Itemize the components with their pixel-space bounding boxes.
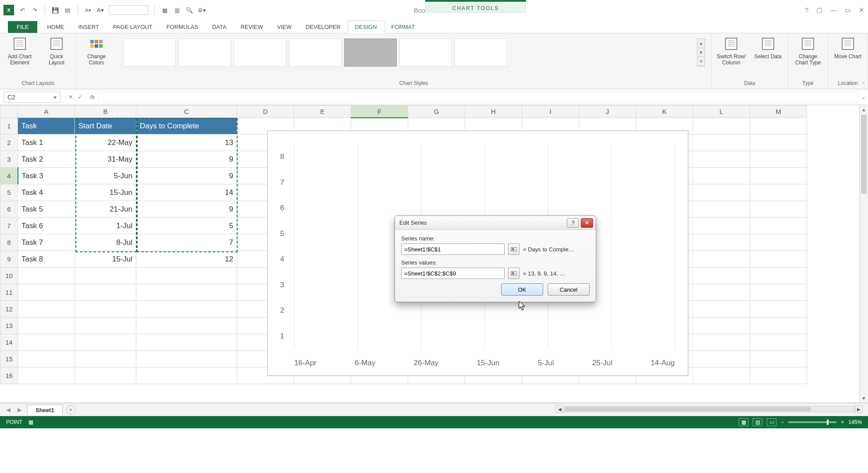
cell[interactable] — [693, 351, 750, 367]
cell[interactable]: 9 — [136, 168, 237, 184]
zoom-out-icon[interactable]: − — [781, 419, 784, 425]
tab-review[interactable]: REVIEW — [234, 21, 270, 33]
cell[interactable]: 13 — [136, 134, 237, 151]
collapse-ribbon-icon[interactable]: ⌃ — [861, 81, 865, 87]
switch-row-column-button[interactable]: Switch Row/ Column — [716, 36, 747, 66]
formula-input[interactable] — [98, 92, 858, 103]
cell[interactable]: 5 — [136, 218, 237, 234]
open-icon[interactable]: ▤ — [64, 6, 71, 14]
scroll-thumb[interactable] — [565, 407, 811, 411]
cell[interactable]: Task 4 — [18, 184, 75, 201]
font-decrease-icon[interactable]: A▾ — [84, 6, 92, 14]
horizontal-scrollbar[interactable]: ◀ ▶ — [556, 405, 863, 413]
cancel-button[interactable]: Cancel — [548, 283, 590, 296]
cell[interactable] — [136, 367, 237, 384]
cell[interactable] — [750, 284, 807, 301]
name-box[interactable]: C2▾ — [4, 92, 60, 103]
zoom-slider[interactable] — [788, 421, 836, 423]
change-colors-button[interactable]: Change Colors — [81, 36, 112, 66]
sheet-tab[interactable]: Sheet1 — [27, 405, 63, 415]
collapse-dialog-icon[interactable] — [508, 244, 519, 255]
row-header[interactable]: 14 — [0, 334, 18, 351]
cell[interactable] — [750, 301, 807, 318]
chevron-down-icon[interactable]: ▾ — [53, 94, 57, 101]
cell[interactable] — [136, 284, 237, 301]
cell[interactable]: Task 2 — [18, 151, 75, 168]
sheet-nav-next-icon[interactable]: ▶ — [16, 406, 24, 413]
cell[interactable] — [75, 301, 136, 318]
tab-view[interactable]: VIEW — [270, 21, 299, 33]
tab-format[interactable]: FORMAT — [384, 21, 422, 33]
cell[interactable] — [18, 301, 75, 318]
cell[interactable] — [18, 351, 75, 367]
column-header[interactable]: D — [237, 106, 294, 118]
column-header[interactable]: A — [18, 106, 75, 118]
cell[interactable] — [750, 168, 807, 184]
undo-icon[interactable]: ↶ — [18, 6, 26, 14]
column-header[interactable]: K — [636, 106, 693, 118]
scroll-thumb[interactable] — [861, 115, 867, 194]
font-increase-icon[interactable]: A▾ — [96, 6, 104, 14]
cell[interactable]: Task 1 — [18, 134, 75, 151]
view-normal-icon[interactable]: ▦ — [739, 418, 748, 426]
series-name-input[interactable] — [401, 244, 505, 255]
scroll-right-icon[interactable]: ▶ — [855, 405, 863, 413]
cell[interactable] — [750, 351, 807, 367]
cell[interactable] — [75, 334, 136, 351]
cell[interactable] — [750, 318, 807, 334]
row-header[interactable]: 16 — [0, 367, 18, 384]
ribbon-options-icon[interactable]: ▢ — [816, 6, 822, 14]
cell[interactable] — [693, 234, 750, 251]
scroll-left-icon[interactable]: ◀ — [556, 405, 564, 413]
cell[interactable] — [750, 134, 807, 151]
cell[interactable]: 31-May — [75, 151, 136, 168]
cell[interactable] — [136, 301, 237, 318]
row-header[interactable]: 3 — [0, 151, 18, 168]
column-header[interactable]: G — [408, 106, 465, 118]
cell[interactable] — [693, 151, 750, 168]
cell[interactable] — [750, 184, 807, 201]
sheet-nav-prev-icon[interactable]: ◀ — [4, 406, 12, 413]
cell[interactable] — [693, 251, 750, 268]
font-combo[interactable] — [109, 5, 148, 15]
column-header[interactable]: B — [75, 106, 136, 118]
cell[interactable]: Days to Complete — [136, 118, 237, 134]
cell[interactable] — [136, 318, 237, 334]
cell[interactable]: 15-Jul — [75, 251, 136, 268]
cell[interactable] — [750, 334, 807, 351]
cell[interactable] — [693, 284, 750, 301]
row-header[interactable]: 13 — [0, 318, 18, 334]
collapse-dialog-icon[interactable] — [508, 268, 519, 279]
dialog-close-icon[interactable]: ✕ — [581, 218, 593, 228]
qa-icon-3[interactable]: 🔍 — [185, 6, 193, 14]
cell[interactable]: 12 — [136, 251, 237, 268]
cell[interactable] — [750, 268, 807, 284]
cell[interactable] — [18, 268, 75, 284]
row-header[interactable]: 2 — [0, 134, 18, 151]
cell[interactable] — [750, 151, 807, 168]
cell[interactable]: 9 — [136, 151, 237, 168]
row-header[interactable]: 10 — [0, 268, 18, 284]
style-thumb[interactable] — [234, 39, 286, 67]
vertical-scrollbar[interactable]: ▲ ▼ — [859, 105, 868, 402]
column-header[interactable]: J — [579, 106, 636, 118]
cell[interactable] — [693, 367, 750, 384]
new-sheet-icon[interactable]: + — [66, 405, 76, 415]
zoom-in-icon[interactable]: + — [841, 419, 844, 425]
tab-formulas[interactable]: FORMULAS — [160, 21, 205, 33]
cell[interactable] — [750, 234, 807, 251]
cell[interactable] — [750, 218, 807, 234]
view-page-break-icon[interactable]: ▭ — [767, 418, 776, 426]
expand-formula-bar-icon[interactable]: ⌄ — [858, 94, 868, 100]
tab-design[interactable]: DESIGN — [348, 21, 384, 33]
cell[interactable] — [136, 268, 237, 284]
cell[interactable] — [693, 218, 750, 234]
change-chart-type-button[interactable]: Change Chart Type — [793, 36, 823, 66]
column-header[interactable]: C — [136, 106, 237, 118]
style-thumb[interactable] — [399, 39, 452, 67]
cell[interactable] — [75, 367, 136, 384]
style-thumb-selected[interactable] — [344, 39, 397, 67]
cell[interactable] — [693, 118, 750, 134]
tab-insert[interactable]: INSERT — [71, 21, 106, 33]
close-icon[interactable]: ✕ — [859, 6, 864, 14]
